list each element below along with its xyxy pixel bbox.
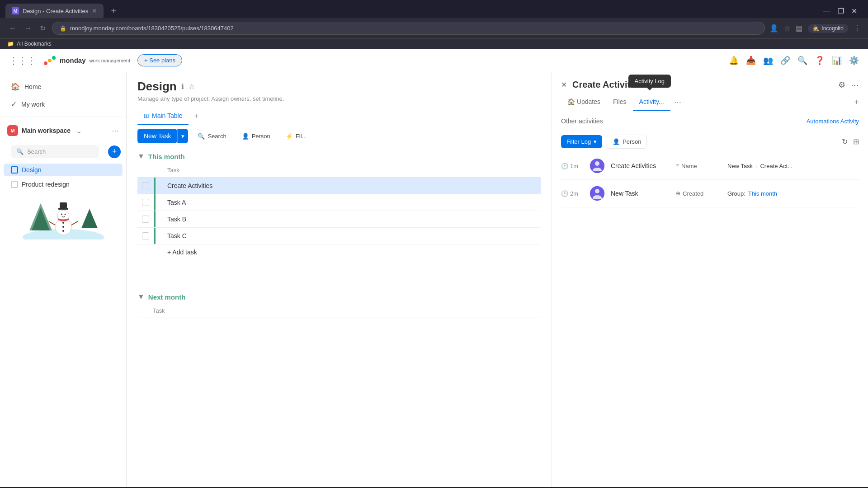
sidebar-item-my-work[interactable]: ✓ My work bbox=[4, 96, 123, 112]
activity-item: 🕐 2m New Task ⊕ bbox=[561, 180, 859, 207]
table-row[interactable]: Task C bbox=[137, 228, 541, 244]
search-icon[interactable]: 🔍 bbox=[797, 56, 807, 66]
search-icon: 🔍 bbox=[16, 148, 24, 155]
workspace-header[interactable]: M Main workspace ⌄ ⋯ bbox=[0, 121, 126, 141]
active-tab[interactable]: M Design - Create Activities ✕ bbox=[5, 4, 104, 18]
avatar-icon bbox=[590, 159, 604, 173]
svg-point-11 bbox=[61, 214, 62, 215]
tab-files[interactable]: Files bbox=[607, 94, 633, 111]
activity-change: Group: This month bbox=[727, 190, 859, 197]
svg-line-17 bbox=[71, 221, 78, 225]
panel-settings-icon[interactable]: ⚙ bbox=[838, 80, 845, 90]
snowman-decoration: ❄ ❄ ❄ bbox=[0, 192, 126, 241]
workspace-more-icon[interactable]: ⋯ bbox=[112, 127, 119, 135]
row-checkbox[interactable] bbox=[142, 182, 149, 189]
person-label: Person bbox=[623, 138, 641, 145]
add-task-label: + Add task bbox=[163, 244, 541, 260]
search-label: Search bbox=[208, 133, 226, 140]
snowman-svg: ❄ ❄ ❄ bbox=[18, 194, 108, 239]
filter-button[interactable]: ⚡ Fil... bbox=[280, 129, 313, 143]
arrow-icon: › bbox=[755, 163, 757, 169]
row-checkbox[interactable] bbox=[142, 216, 149, 223]
refresh-icon[interactable]: ↻ bbox=[842, 137, 848, 146]
next-month-table: Task bbox=[137, 304, 541, 318]
invite-icon[interactable]: 👥 bbox=[763, 56, 773, 66]
sidebar-item-home[interactable]: 🏠 Home bbox=[4, 79, 123, 94]
tab-updates[interactable]: 🏠 Updates bbox=[561, 94, 607, 111]
add-tab-button[interactable]: + bbox=[190, 108, 202, 124]
sidebar-icon[interactable]: ▤ bbox=[796, 24, 802, 33]
board-icon bbox=[11, 166, 18, 174]
panel-close-button[interactable]: ✕ bbox=[561, 80, 567, 89]
app-grid-icon[interactable]: ⋮⋮⋮ bbox=[9, 55, 36, 66]
row-checkbox[interactable] bbox=[142, 232, 149, 239]
svg-point-12 bbox=[64, 214, 66, 215]
sidebar-item-product-redesign[interactable]: Product redesign bbox=[4, 178, 123, 191]
notifications-icon[interactable]: 🔔 bbox=[729, 56, 739, 66]
activity-item-name: New Task bbox=[611, 190, 670, 197]
activity-label: Activity... bbox=[639, 98, 664, 105]
board-info-icon[interactable]: ℹ bbox=[181, 82, 184, 91]
person-filter-button[interactable]: 👤 Person bbox=[236, 129, 276, 143]
analytics-icon[interactable]: 📊 bbox=[832, 56, 842, 66]
board-tabs: ⊞ Main Table + bbox=[127, 108, 552, 125]
field-type-icon: ≡ bbox=[676, 163, 679, 169]
panel-more-icon[interactable]: ⋯ bbox=[851, 80, 859, 90]
search-button[interactable]: 🔍 Search bbox=[192, 129, 232, 143]
tab-main-table[interactable]: ⊞ Main Table bbox=[137, 108, 189, 125]
side-panel: ✕ Create Activities ⚙ ⋯ 🏠 Updates Files bbox=[552, 72, 868, 487]
new-tab-button[interactable]: + bbox=[107, 4, 120, 18]
profile-icon[interactable]: 👤 bbox=[769, 24, 778, 33]
star-icon[interactable]: ☆ bbox=[784, 24, 790, 33]
sidebar-search[interactable]: 🔍 Search bbox=[11, 145, 99, 158]
board-star-icon[interactable]: ☆ bbox=[189, 82, 195, 91]
address-bar[interactable]: 🔒 moodjoy.monday.com/boards/1830420525/p… bbox=[52, 22, 765, 35]
automation-activity-button[interactable]: Automations Activity bbox=[807, 118, 859, 125]
columns-icon[interactable]: ⊞ bbox=[853, 137, 859, 146]
close-tab-button[interactable]: ✕ bbox=[92, 7, 97, 14]
settings-icon[interactable]: ⚙️ bbox=[849, 56, 859, 66]
maximize-button[interactable]: ❐ bbox=[838, 7, 844, 15]
sidebar-item-design[interactable]: Design bbox=[4, 164, 123, 176]
incognito-icon: 🕵 bbox=[812, 25, 819, 32]
minimize-button[interactable]: — bbox=[823, 7, 830, 15]
table-row[interactable]: Task B bbox=[137, 211, 541, 228]
filter-person-button[interactable]: 👤 Person bbox=[607, 135, 647, 149]
filter-log-button[interactable]: Filter Log ▾ bbox=[561, 135, 602, 148]
filter-label: Fil... bbox=[296, 133, 307, 140]
back-button[interactable]: ← bbox=[7, 23, 18, 34]
tab-activity[interactable]: Activity... bbox=[633, 94, 670, 111]
see-plans-button[interactable]: + See plans bbox=[137, 54, 182, 66]
task-name-cell: Task B bbox=[163, 211, 541, 228]
menu-icon[interactable]: ⋮ bbox=[854, 24, 861, 33]
lock-icon: 🔒 bbox=[60, 25, 66, 32]
integrations-icon[interactable]: 🔗 bbox=[780, 56, 790, 66]
group-chevron-icon[interactable]: ▼ bbox=[137, 293, 145, 301]
task-name-cell: Create Activities bbox=[163, 178, 541, 194]
help-icon[interactable]: ❓ bbox=[815, 56, 825, 66]
close-window-button[interactable]: ✕ bbox=[851, 7, 857, 15]
board-toolbar: New Task ▾ 🔍 Search 👤 Person ⚡ Fil... bbox=[127, 125, 552, 147]
table-row[interactable]: Create Activities bbox=[137, 178, 541, 194]
table-row[interactable]: Task A bbox=[137, 194, 541, 211]
activity-avatar bbox=[590, 159, 604, 173]
row-checkbox[interactable] bbox=[142, 199, 149, 206]
logo-text: monday bbox=[60, 56, 86, 64]
refresh-button[interactable]: ↻ bbox=[38, 22, 47, 34]
add-panel-tab-button[interactable]: + bbox=[854, 98, 859, 107]
board-header: Design ℹ ☆ Manage any type of project. A… bbox=[127, 72, 552, 108]
field-type-icon: ⊕ bbox=[676, 190, 680, 197]
inbox-icon[interactable]: 📥 bbox=[746, 56, 756, 66]
task-name-cell: Task C bbox=[163, 228, 541, 244]
new-task-dropdown-button[interactable]: ▾ bbox=[177, 129, 188, 143]
forward-button[interactable]: → bbox=[23, 23, 33, 34]
activity-time: 🕐 2m bbox=[561, 190, 584, 197]
more-tabs-button[interactable]: ⋯ bbox=[670, 94, 685, 110]
top-nav: ⋮⋮⋮ monday work management + See plans 🔔… bbox=[0, 49, 868, 72]
avatar-icon bbox=[590, 186, 604, 201]
add-task-row[interactable]: + Add task bbox=[137, 244, 541, 260]
new-task-button[interactable]: New Task bbox=[137, 129, 177, 143]
add-board-button[interactable]: + bbox=[108, 145, 121, 158]
svg-text:❄: ❄ bbox=[23, 198, 27, 205]
group-chevron-icon[interactable]: ▼ bbox=[137, 152, 145, 160]
